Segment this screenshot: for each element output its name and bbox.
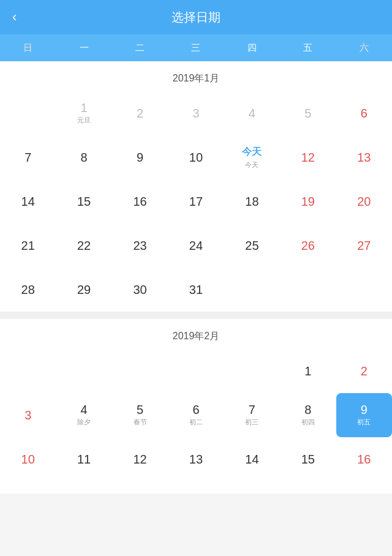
cell-number: 今天: [242, 146, 262, 159]
calendar-cell[interactable]: 1元旦: [56, 91, 111, 135]
cell-number: 17: [189, 195, 203, 208]
day-of-week-row: 日 一 二 三 四 五 六: [0, 34, 392, 61]
calendar-cell[interactable]: 26: [280, 224, 336, 268]
calendar-cell: [0, 91, 56, 135]
cell-number: 12: [301, 151, 315, 163]
cell-number: 22: [77, 239, 91, 252]
calendar-cell[interactable]: 19: [280, 179, 336, 224]
calendar-cell[interactable]: 3: [168, 91, 224, 135]
cell-number: 9: [361, 404, 368, 416]
cell-sublabel: 元旦: [77, 116, 91, 125]
calendar-cell[interactable]: 28: [0, 268, 56, 312]
cell-number: 5: [304, 107, 311, 119]
calendar-cell[interactable]: 15: [280, 437, 336, 481]
dow-tuesday: 二: [112, 42, 168, 54]
calendar-body: 2019年1月 1元旦2345678910今天今天121314151617181…: [0, 61, 392, 494]
calendar-cell[interactable]: 1: [280, 349, 336, 393]
calendar-cell[interactable]: 14: [0, 179, 56, 224]
month-divider: [0, 312, 392, 319]
calendar-cell[interactable]: 20: [336, 179, 392, 224]
calendar-cell[interactable]: 2: [112, 91, 168, 135]
calendar-cell[interactable]: 12: [280, 135, 336, 179]
calendar-cell[interactable]: 27: [336, 224, 392, 268]
calendar-cell[interactable]: 9: [112, 135, 168, 179]
calendar-cell[interactable]: 10: [0, 437, 56, 481]
cell-number: 26: [301, 239, 315, 252]
dow-thursday: 四: [224, 42, 280, 54]
calendar-cell[interactable]: 13: [336, 135, 392, 179]
calendar-cell[interactable]: 4: [224, 91, 280, 135]
calendar-cell[interactable]: 25: [224, 224, 280, 268]
calendar-cell[interactable]: 5: [280, 91, 336, 135]
cell-number: 16: [357, 453, 371, 465]
cell-number: 1: [81, 102, 88, 114]
calendar-cell[interactable]: 今天今天: [224, 135, 280, 179]
calendar-cell[interactable]: 17: [168, 179, 224, 224]
cell-number: 4: [81, 404, 88, 416]
dow-saturday: 六: [336, 42, 392, 54]
cell-number: 12: [133, 453, 146, 465]
calendar-cell[interactable]: 9初五: [336, 393, 392, 437]
cell-number: 31: [189, 284, 203, 296]
calendar-cell[interactable]: 15: [56, 179, 111, 224]
cell-number: 8: [81, 151, 88, 163]
calendar-cell[interactable]: 16: [112, 179, 168, 224]
calendar-cell[interactable]: 5春节: [112, 393, 168, 437]
back-button[interactable]: ‹: [12, 9, 17, 25]
cell-number: 24: [189, 239, 203, 252]
calendar-cell[interactable]: 8初四: [280, 393, 336, 437]
calendar-cell[interactable]: 12: [112, 437, 168, 481]
dow-sunday: 日: [0, 42, 56, 54]
calendar-cell[interactable]: 16: [336, 437, 392, 481]
cell-sublabel: 初三: [245, 418, 258, 427]
calendar-cell: [0, 349, 56, 393]
dow-wednesday: 三: [168, 42, 224, 54]
calendar-cell[interactable]: 7初三: [224, 393, 280, 437]
cell-number: 3: [192, 107, 199, 119]
january-header: 2019年1月: [0, 61, 392, 91]
cell-number: 16: [133, 195, 146, 208]
calendar-cell[interactable]: 11: [56, 437, 111, 481]
calendar-cell[interactable]: 10: [168, 135, 224, 179]
calendar-cell: [112, 349, 168, 393]
calendar-cell[interactable]: 2: [336, 349, 392, 393]
cell-sublabel: 初二: [189, 418, 203, 427]
calendar-cell: [280, 268, 336, 312]
cell-number: 7: [249, 404, 255, 416]
calendar-cell[interactable]: 6: [336, 91, 392, 135]
calendar-cell: [224, 268, 280, 312]
cell-number: 9: [137, 151, 143, 163]
calendar-cell: [168, 349, 224, 393]
calendar-cell[interactable]: 6初二: [168, 393, 224, 437]
calendar-cell[interactable]: 29: [56, 268, 111, 312]
cell-number: 28: [21, 284, 35, 296]
calendar-cell[interactable]: 18: [224, 179, 280, 224]
cell-number: 6: [192, 404, 199, 416]
calendar-cell[interactable]: 3: [0, 393, 56, 437]
calendar-cell[interactable]: 14: [224, 437, 280, 481]
cell-number: 21: [21, 239, 35, 252]
cell-number: 10: [21, 453, 35, 465]
cell-number: 25: [245, 239, 258, 252]
cell-number: 2: [361, 365, 368, 377]
calendar-cell[interactable]: 21: [0, 224, 56, 268]
cell-number: 6: [361, 107, 368, 119]
dow-friday: 五: [280, 42, 336, 54]
cell-sublabel: 初五: [357, 418, 371, 427]
cell-number: 11: [77, 453, 91, 465]
cell-number: 13: [189, 453, 203, 465]
cell-sublabel: 除夕: [77, 418, 91, 427]
calendar-cell[interactable]: 23: [112, 224, 168, 268]
calendar-cell[interactable]: 22: [56, 224, 111, 268]
calendar-cell[interactable]: 24: [168, 224, 224, 268]
calendar-cell[interactable]: 4除夕: [56, 393, 111, 437]
cell-number: 13: [357, 151, 371, 163]
calendar-cell[interactable]: 8: [56, 135, 111, 179]
cell-number: 14: [21, 195, 35, 208]
calendar-cell[interactable]: 13: [168, 437, 224, 481]
calendar-cell[interactable]: 30: [112, 268, 168, 312]
calendar-cell[interactable]: 31: [168, 268, 224, 312]
calendar-cell[interactable]: 7: [0, 135, 56, 179]
cell-number: 10: [189, 151, 203, 163]
cell-number: 30: [133, 284, 146, 296]
